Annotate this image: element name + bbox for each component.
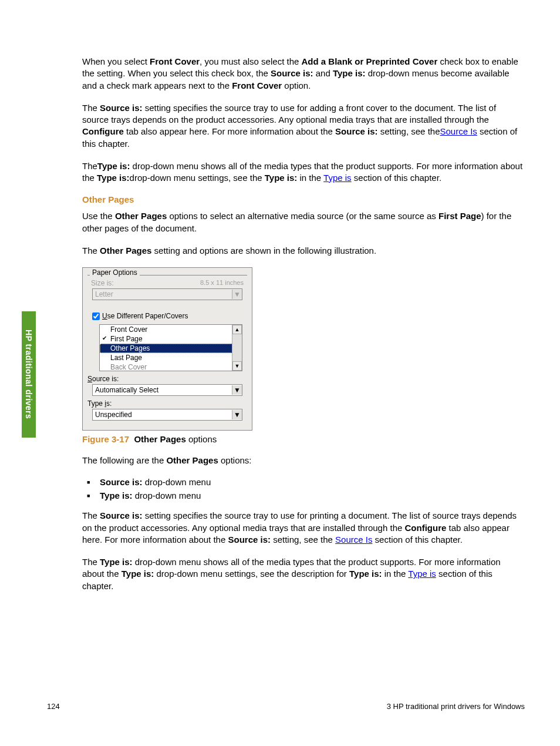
text-bold: Type is: (100, 490, 133, 500)
text: ource is: (92, 375, 119, 383)
text: options to select an alternative media s… (167, 211, 438, 221)
text: drop-down menu settings, see the descrip… (154, 569, 349, 579)
list-item-front-cover[interactable]: Front Cover (100, 325, 242, 334)
text: and (313, 68, 333, 78)
figure-title-rest: options (186, 434, 217, 444)
text: setting, see the (271, 535, 335, 545)
text: drop-down menu (143, 477, 211, 487)
paragraph-other-pages-intro: The Other Pages setting and options are … (82, 245, 525, 257)
text-bold: Type is: (100, 557, 133, 567)
paragraph-type-is-1: TheType is: drop-down menu shows all of … (82, 160, 525, 184)
type-select[interactable]: Unspecified ▼ (92, 409, 242, 421)
text-bold: Source is: (335, 126, 378, 136)
text: , you must also select the (200, 56, 301, 66)
paper-options-dialog: Paper Options Size is: 8.5 x 11 inches L… (82, 267, 252, 431)
link-type-is[interactable]: Type is (408, 569, 436, 579)
paragraph-front-cover: When you select Front Cover, you must al… (82, 56, 525, 92)
text-bold: Front Cover (232, 80, 282, 90)
text: setting, see the (378, 126, 440, 136)
source-value: Automatically Select (95, 386, 158, 394)
text-bold: Configure (82, 126, 124, 136)
text-bold: Type is: (349, 569, 382, 579)
text-bold: Type is: (333, 68, 366, 78)
chk-label-rest: se Different Paper/Covers (107, 312, 188, 320)
paragraph-type-is-2: The Type is: drop-down menu shows all of… (82, 556, 525, 592)
paragraph-other-pages-desc: Use the Other Pages options to select an… (82, 210, 525, 234)
listbox-scrollbar[interactable]: ▲ ▼ (232, 325, 242, 371)
text: When you select (82, 56, 150, 66)
text: options: (218, 455, 252, 465)
scroll-up-icon[interactable]: ▲ (232, 325, 242, 334)
paragraph-source-is-2: The Source is: setting specifies the sou… (82, 510, 525, 546)
text: The (82, 557, 100, 567)
text: The following are the (82, 455, 166, 465)
text: The (82, 246, 100, 256)
dropdown-arrow-icon[interactable]: ▼ (232, 410, 242, 419)
text-bold: Source is: (228, 535, 271, 545)
text-bold: Other Pages (115, 211, 167, 221)
chapter-title: 3 HP traditional print drivers for Windo… (387, 702, 525, 711)
text-bold: Source is: (100, 477, 143, 487)
type-value: Unspecified (95, 411, 132, 419)
page-number: 124 (47, 702, 60, 711)
link-source-is[interactable]: Source Is (440, 126, 477, 136)
link-type-is[interactable]: Type is (323, 173, 352, 183)
text: drop-down menu (133, 490, 201, 500)
text-bold: Add a Blank or Preprinted Cover (302, 56, 438, 66)
paragraph-source-is-1: The Source is: setting specifies the sou… (82, 102, 525, 150)
text: The (82, 510, 100, 520)
text-bold: Configure (405, 523, 447, 533)
figure-number: Figure 3-17 (82, 434, 129, 444)
source-label: Source is: (87, 375, 247, 383)
list-item-back-cover[interactable]: Back Cover (100, 362, 242, 371)
list-item: Type is: drop-down menu (100, 490, 525, 500)
list-item-last-page[interactable]: Last Page (100, 353, 242, 362)
text: The (82, 103, 100, 113)
text-bold: Source is: (271, 68, 313, 78)
text-bold: First Page (438, 211, 481, 221)
paragraph-options-intro: The following are the Other Pages option… (82, 455, 525, 466)
group-label: Paper Options (90, 268, 140, 277)
options-list: Source is: drop-down menu Type is: drop-… (82, 477, 525, 500)
figure-title-bold: Other Pages (134, 434, 185, 444)
type-label: Type is: (87, 399, 247, 408)
use-different-paper-checkbox[interactable]: Use Different Paper/Covers (90, 311, 247, 322)
text: Use the (82, 211, 115, 221)
text: in the (297, 173, 323, 183)
link-source-is[interactable]: Source Is (335, 535, 372, 545)
source-select[interactable]: Automatically Select ▼ (92, 384, 242, 396)
text-bold: Front Cover (150, 56, 200, 66)
text: in the (382, 569, 409, 579)
page-footer: 124 3 HP traditional print drivers for W… (47, 702, 525, 711)
scroll-down-icon[interactable]: ▼ (232, 361, 242, 371)
text-bold: Type is: (265, 173, 298, 183)
text: section of this chapter. (372, 535, 462, 545)
text: S (87, 375, 92, 383)
text: drop-down menu settings, see the (130, 173, 265, 183)
text: setting and options are shown in the fol… (151, 246, 376, 256)
chk-label-u: U (102, 312, 107, 320)
dropdown-arrow-icon[interactable]: ▼ (232, 385, 242, 395)
text-bold: Source is: (100, 103, 143, 113)
list-item-first-page[interactable]: First Page (100, 334, 242, 344)
text: Type (87, 399, 104, 408)
size-value: Letter (95, 290, 113, 298)
size-hint: 8.5 x 11 inches (200, 279, 244, 287)
heading-other-pages: Other Pages (82, 194, 525, 204)
text-bold: Other Pages (100, 246, 151, 256)
size-label: Size is: (91, 279, 114, 287)
text-bold: Type is: (122, 569, 154, 579)
text: The (82, 161, 97, 171)
text-bold: Source is: (100, 510, 143, 520)
list-item-other-pages[interactable]: Other Pages (100, 344, 242, 353)
text: s: (106, 399, 112, 408)
covers-listbox[interactable]: Front Cover First Page Other Pages Last … (99, 324, 242, 371)
list-item: Source is: drop-down menu (100, 477, 525, 487)
checkbox-input[interactable] (92, 312, 100, 320)
text: option. (282, 80, 311, 90)
text-bold: Other Pages (166, 455, 218, 465)
figure-caption: Figure 3-17 Other Pages options (82, 434, 525, 444)
dropdown-arrow-icon: ▼ (232, 290, 242, 299)
text: section of this chapter. (352, 173, 441, 183)
size-select: Letter ▼ (92, 288, 242, 300)
